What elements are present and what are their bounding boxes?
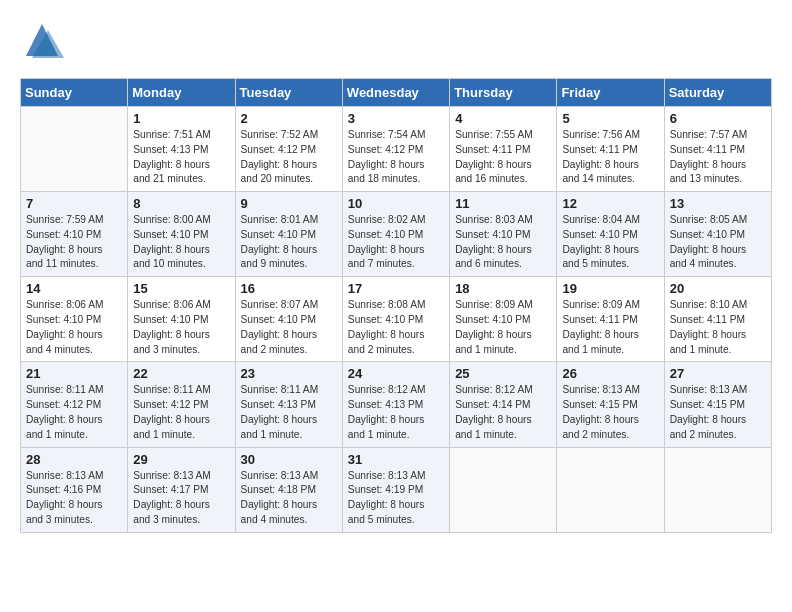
cell-info: Sunrise: 8:12 AMSunset: 4:14 PMDaylight:…	[455, 383, 551, 442]
day-number: 23	[241, 366, 337, 381]
calendar-cell: 30Sunrise: 8:13 AMSunset: 4:18 PMDayligh…	[235, 447, 342, 532]
cell-info: Sunrise: 8:06 AMSunset: 4:10 PMDaylight:…	[26, 298, 122, 357]
cell-info: Sunrise: 8:13 AMSunset: 4:19 PMDaylight:…	[348, 469, 444, 528]
calendar-cell	[450, 447, 557, 532]
calendar-cell: 15Sunrise: 8:06 AMSunset: 4:10 PMDayligh…	[128, 277, 235, 362]
cell-info: Sunrise: 8:08 AMSunset: 4:10 PMDaylight:…	[348, 298, 444, 357]
day-number: 31	[348, 452, 444, 467]
day-number: 7	[26, 196, 122, 211]
calendar-cell: 8Sunrise: 8:00 AMSunset: 4:10 PMDaylight…	[128, 192, 235, 277]
calendar-cell: 1Sunrise: 7:51 AMSunset: 4:13 PMDaylight…	[128, 107, 235, 192]
cell-info: Sunrise: 8:12 AMSunset: 4:13 PMDaylight:…	[348, 383, 444, 442]
cell-info: Sunrise: 7:56 AMSunset: 4:11 PMDaylight:…	[562, 128, 658, 187]
calendar-cell: 12Sunrise: 8:04 AMSunset: 4:10 PMDayligh…	[557, 192, 664, 277]
calendar-cell: 5Sunrise: 7:56 AMSunset: 4:11 PMDaylight…	[557, 107, 664, 192]
day-number: 3	[348, 111, 444, 126]
cell-info: Sunrise: 8:09 AMSunset: 4:10 PMDaylight:…	[455, 298, 551, 357]
cell-info: Sunrise: 8:13 AMSunset: 4:16 PMDaylight:…	[26, 469, 122, 528]
cell-info: Sunrise: 8:13 AMSunset: 4:17 PMDaylight:…	[133, 469, 229, 528]
calendar-cell: 7Sunrise: 7:59 AMSunset: 4:10 PMDaylight…	[21, 192, 128, 277]
calendar-cell: 9Sunrise: 8:01 AMSunset: 4:10 PMDaylight…	[235, 192, 342, 277]
calendar-cell: 29Sunrise: 8:13 AMSunset: 4:17 PMDayligh…	[128, 447, 235, 532]
day-number: 29	[133, 452, 229, 467]
calendar-week-row: 28Sunrise: 8:13 AMSunset: 4:16 PMDayligh…	[21, 447, 772, 532]
calendar-cell: 26Sunrise: 8:13 AMSunset: 4:15 PMDayligh…	[557, 362, 664, 447]
day-number: 22	[133, 366, 229, 381]
calendar-cell: 6Sunrise: 7:57 AMSunset: 4:11 PMDaylight…	[664, 107, 771, 192]
day-number: 27	[670, 366, 766, 381]
weekday-header-tuesday: Tuesday	[235, 79, 342, 107]
calendar-cell: 28Sunrise: 8:13 AMSunset: 4:16 PMDayligh…	[21, 447, 128, 532]
cell-info: Sunrise: 8:13 AMSunset: 4:15 PMDaylight:…	[670, 383, 766, 442]
calendar-cell	[557, 447, 664, 532]
cell-info: Sunrise: 8:04 AMSunset: 4:10 PMDaylight:…	[562, 213, 658, 272]
calendar-cell: 21Sunrise: 8:11 AMSunset: 4:12 PMDayligh…	[21, 362, 128, 447]
calendar-week-row: 7Sunrise: 7:59 AMSunset: 4:10 PMDaylight…	[21, 192, 772, 277]
day-number: 14	[26, 281, 122, 296]
day-number: 25	[455, 366, 551, 381]
calendar-cell: 2Sunrise: 7:52 AMSunset: 4:12 PMDaylight…	[235, 107, 342, 192]
day-number: 16	[241, 281, 337, 296]
cell-info: Sunrise: 8:13 AMSunset: 4:15 PMDaylight:…	[562, 383, 658, 442]
calendar-cell: 10Sunrise: 8:02 AMSunset: 4:10 PMDayligh…	[342, 192, 449, 277]
calendar-cell: 16Sunrise: 8:07 AMSunset: 4:10 PMDayligh…	[235, 277, 342, 362]
cell-info: Sunrise: 8:11 AMSunset: 4:12 PMDaylight:…	[26, 383, 122, 442]
calendar-week-row: 14Sunrise: 8:06 AMSunset: 4:10 PMDayligh…	[21, 277, 772, 362]
cell-info: Sunrise: 7:52 AMSunset: 4:12 PMDaylight:…	[241, 128, 337, 187]
calendar-table: SundayMondayTuesdayWednesdayThursdayFrid…	[20, 78, 772, 533]
cell-info: Sunrise: 7:59 AMSunset: 4:10 PMDaylight:…	[26, 213, 122, 272]
cell-info: Sunrise: 7:51 AMSunset: 4:13 PMDaylight:…	[133, 128, 229, 187]
day-number: 10	[348, 196, 444, 211]
day-number: 18	[455, 281, 551, 296]
cell-info: Sunrise: 8:05 AMSunset: 4:10 PMDaylight:…	[670, 213, 766, 272]
cell-info: Sunrise: 8:11 AMSunset: 4:12 PMDaylight:…	[133, 383, 229, 442]
calendar-cell: 13Sunrise: 8:05 AMSunset: 4:10 PMDayligh…	[664, 192, 771, 277]
day-number: 28	[26, 452, 122, 467]
calendar-cell: 18Sunrise: 8:09 AMSunset: 4:10 PMDayligh…	[450, 277, 557, 362]
weekday-header-thursday: Thursday	[450, 79, 557, 107]
day-number: 12	[562, 196, 658, 211]
cell-info: Sunrise: 8:13 AMSunset: 4:18 PMDaylight:…	[241, 469, 337, 528]
calendar-cell	[21, 107, 128, 192]
day-number: 26	[562, 366, 658, 381]
page: SundayMondayTuesdayWednesdayThursdayFrid…	[0, 0, 792, 612]
day-number: 20	[670, 281, 766, 296]
day-number: 15	[133, 281, 229, 296]
calendar-cell: 25Sunrise: 8:12 AMSunset: 4:14 PMDayligh…	[450, 362, 557, 447]
calendar-cell: 24Sunrise: 8:12 AMSunset: 4:13 PMDayligh…	[342, 362, 449, 447]
calendar-week-row: 21Sunrise: 8:11 AMSunset: 4:12 PMDayligh…	[21, 362, 772, 447]
day-number: 17	[348, 281, 444, 296]
cell-info: Sunrise: 7:54 AMSunset: 4:12 PMDaylight:…	[348, 128, 444, 187]
calendar-cell: 20Sunrise: 8:10 AMSunset: 4:11 PMDayligh…	[664, 277, 771, 362]
cell-info: Sunrise: 8:06 AMSunset: 4:10 PMDaylight:…	[133, 298, 229, 357]
logo-icon	[20, 20, 64, 64]
day-number: 11	[455, 196, 551, 211]
day-number: 19	[562, 281, 658, 296]
day-number: 8	[133, 196, 229, 211]
cell-info: Sunrise: 8:11 AMSunset: 4:13 PMDaylight:…	[241, 383, 337, 442]
calendar-cell: 4Sunrise: 7:55 AMSunset: 4:11 PMDaylight…	[450, 107, 557, 192]
calendar-cell: 23Sunrise: 8:11 AMSunset: 4:13 PMDayligh…	[235, 362, 342, 447]
calendar-cell: 14Sunrise: 8:06 AMSunset: 4:10 PMDayligh…	[21, 277, 128, 362]
calendar-cell: 3Sunrise: 7:54 AMSunset: 4:12 PMDaylight…	[342, 107, 449, 192]
header	[20, 16, 772, 68]
cell-info: Sunrise: 8:02 AMSunset: 4:10 PMDaylight:…	[348, 213, 444, 272]
logo	[20, 20, 70, 68]
weekday-header-monday: Monday	[128, 79, 235, 107]
calendar-cell: 19Sunrise: 8:09 AMSunset: 4:11 PMDayligh…	[557, 277, 664, 362]
day-number: 5	[562, 111, 658, 126]
day-number: 13	[670, 196, 766, 211]
calendar-cell: 17Sunrise: 8:08 AMSunset: 4:10 PMDayligh…	[342, 277, 449, 362]
weekday-header-saturday: Saturday	[664, 79, 771, 107]
cell-info: Sunrise: 8:01 AMSunset: 4:10 PMDaylight:…	[241, 213, 337, 272]
day-number: 4	[455, 111, 551, 126]
weekday-header-wednesday: Wednesday	[342, 79, 449, 107]
day-number: 2	[241, 111, 337, 126]
calendar-cell	[664, 447, 771, 532]
cell-info: Sunrise: 8:03 AMSunset: 4:10 PMDaylight:…	[455, 213, 551, 272]
calendar-header-row: SundayMondayTuesdayWednesdayThursdayFrid…	[21, 79, 772, 107]
calendar-cell: 31Sunrise: 8:13 AMSunset: 4:19 PMDayligh…	[342, 447, 449, 532]
calendar-cell: 22Sunrise: 8:11 AMSunset: 4:12 PMDayligh…	[128, 362, 235, 447]
day-number: 24	[348, 366, 444, 381]
day-number: 30	[241, 452, 337, 467]
